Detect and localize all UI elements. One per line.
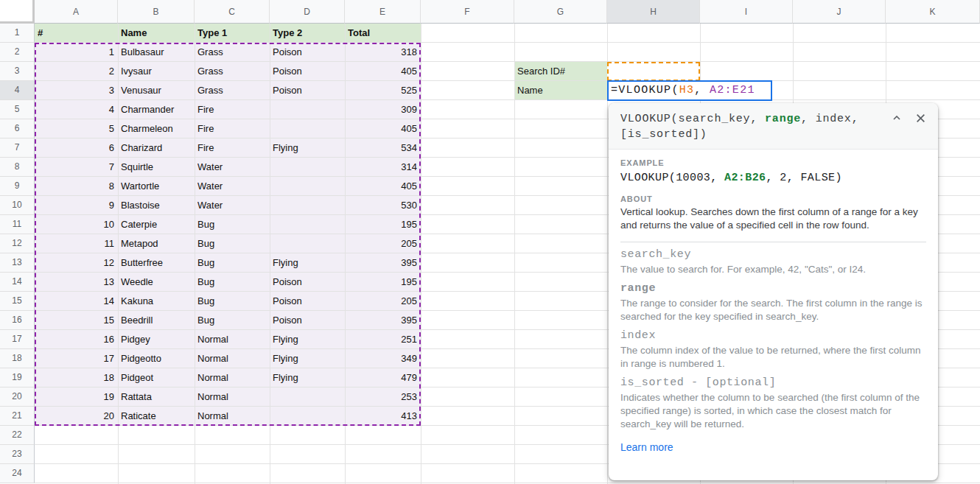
close-icon[interactable]	[914, 112, 926, 124]
param-search_key: search_keyThe value to search for. For e…	[620, 247, 926, 276]
about-label: ABOUT	[620, 194, 926, 203]
popup-controls	[891, 112, 926, 124]
param-name-index: index	[620, 328, 926, 344]
formula-text: =VLOOKUP(H3, A2:E21	[611, 84, 755, 97]
collapse-icon[interactable]	[891, 112, 903, 124]
formula-help-popup: VLOOKUP(search_key, range, index, [is_so…	[609, 103, 938, 480]
param-description-search_key: The value to search for. For example, 42…	[620, 263, 926, 276]
param-description-range: The range to consider for the search. Th…	[620, 297, 926, 323]
parameter-list: search_keyThe value to search for. For e…	[620, 247, 926, 431]
spreadsheet-app: ABCDEFGHIJK12345678910111213141516171819…	[0, 0, 980, 484]
selected-range-border-A2-E21	[35, 43, 421, 426]
param-description-index: The column index of the value to be retu…	[620, 344, 926, 371]
param-range: rangeThe range to consider for the searc…	[620, 281, 926, 323]
example-label: EXAMPLE	[620, 158, 926, 167]
popup-divider	[620, 242, 926, 242]
param-name-range: range	[620, 281, 926, 297]
param-index: indexThe column index of the value to be…	[620, 328, 926, 371]
param-name-search_key: search_key	[620, 247, 926, 263]
formula-editing-cell-H4[interactable]: =VLOOKUP(H3, A2:E21	[607, 80, 772, 101]
param-description-is_sorted: Indicates whether the column to be searc…	[620, 391, 926, 431]
param-name-is_sorted: is_sorted - [optional]	[620, 375, 926, 391]
function-signature: VLOOKUP(search_key, range, index, [is_so…	[620, 111, 882, 142]
overlays-layer: =VLOOKUP(H3, A2:E21 VLOOKUP(search_key, …	[0, 0, 980, 484]
popup-header: VLOOKUP(search_key, range, index, [is_so…	[609, 103, 938, 150]
popup-body: EXAMPLE VLOOKUP(10003, A2:B26, 2, FALSE)…	[609, 158, 938, 464]
example-code: VLOOKUP(10003, A2:B26, 2, FALSE)	[620, 170, 926, 186]
referenced-cell-H3-outline[interactable]	[607, 62, 700, 81]
learn-more-link[interactable]: Learn more	[620, 441, 673, 453]
about-text: Vertical lookup. Searches down the first…	[620, 206, 926, 232]
param-is_sorted: is_sorted - [optional]Indicates whether …	[620, 375, 926, 431]
